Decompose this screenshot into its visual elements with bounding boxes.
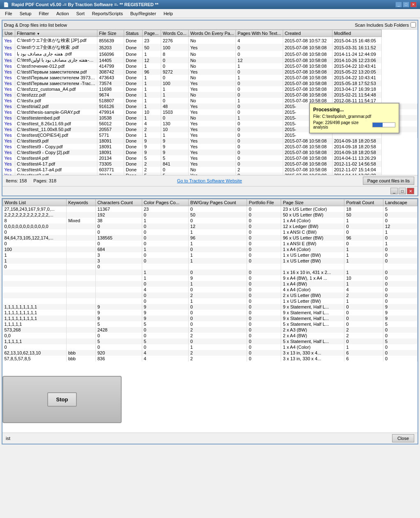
bottom-table-row[interactable]: 1,1,1,1,155005 x Statement, Half L...05 [3,321,418,327]
minimize-button[interactable]: _ [395,2,402,7]
menu-file[interactable]: File [2,10,16,17]
header-words[interactable]: Words Co... [161,30,189,37]
bottom-cell-4-8: 1 [383,229,418,235]
bottom-cell-13-5: 0 [247,281,281,287]
table-row[interactable]: YesC:\test\ウエ7全体がな検索 .pdf35203Done50100Y… [3,44,418,51]
cell-12-3: Done [124,109,143,115]
header-chars[interactable]: Characters Count [95,199,142,206]
header-status[interactable]: Status [124,30,143,37]
bottom-cell-2-6: 1 x A4 (Color) [281,218,344,223]
table-row[interactable]: YesC:\test\Первым заместителем.pdf308742… [3,69,418,75]
bottom-table-row[interactable]: 000101 x ANSI C (BW)01 [3,229,418,235]
bottom-table-row[interactable]: 0101 x US Letter (BW)10 [3,298,418,304]
bottom-table-row[interactable]: 1909 x A4 (BW), 1 x A4 ...100 [3,275,418,281]
header-filesize[interactable]: File Size [97,30,124,37]
table-row[interactable]: YesC:\test\هفته جاری مصادف بود با اولین-… [3,57,418,63]
header-bw-pages[interactable]: BW/Gray Pages Count [189,199,247,206]
bottom-table-row[interactable]: 573,26824280202 x A3 (BW)20 [3,327,418,333]
bottom-table-row[interactable]: 4004 x A4 (Color)40 [3,287,418,292]
bottom-table-row[interactable]: 130101 x US Letter (BW)10 [3,258,418,264]
menu-help[interactable]: Help [160,10,176,17]
header-use[interactable]: Use [3,30,15,37]
file-table-container[interactable]: Use Filename ▼ File Size Status Page... … [2,30,418,175]
table-row[interactable]: YesC:\test\test9 - Copy.pdf18091Done99Ye… [3,144,418,150]
bottom-table-row[interactable]: 1,1,1,1,1,1,1,1,199009 x Statement, Half… [3,315,418,321]
bottom-table-row[interactable]: 1,1,1,1,1,1,1,1,199009 x Statement, Half… [3,310,418,315]
table-row[interactable]: YesC:\test\течение-012.pdf414799Done10No… [3,63,418,69]
menu-action[interactable]: Action [53,10,72,17]
close-button-bottom[interactable]: Close [392,434,414,442]
bottom-table-row[interactable]: 27,158,243,167,9,97,0,...11367230023 x U… [3,206,418,212]
cell-0-9: 2015-04-15 16:48:05 [332,37,381,44]
close-window-btn[interactable]: ✕ [407,188,414,194]
bottom-table-row[interactable]: 1001 x 16 x 10 in, 431 x 2...10 [3,269,418,275]
table-row[interactable]: YesC:\test\test9 - Copy [2].pdf18091Done… [3,150,418,155]
menu-reports[interactable]: Reports/Scripts [89,10,126,17]
scan-checkbox[interactable] [411,22,416,28]
header-wordse[interactable]: Words On Every Pa... [188,30,235,37]
bottom-table-row[interactable]: 130101 x US Letter (BW)10 [3,252,418,258]
bottom-cell-20-3: 5 [142,321,188,327]
bottom-cell-10-4 [189,264,247,269]
restore-window-btn[interactable]: □ [399,188,406,194]
bottom-table-row[interactable]: 8Mixed381001 x A4 (Color)10 [3,218,418,223]
bottom-cell-5-1 [66,235,95,241]
bottom-table-row[interactable]: 57,8,5,57,8,5bbb8364203 x 13 in, 330 x 4… [3,356,418,361]
bottom-table-row[interactable]: 0202 x US Letter (BW)20 [3,292,418,298]
table-row[interactable]: YesC:\test\zzz.pdf9674Done11No02015-07-0… [3,92,418,98]
header-created[interactable]: Created [283,30,332,37]
header-filename[interactable]: Filename ▼ [15,30,97,37]
menu-sort[interactable]: Sort [73,10,88,17]
bottom-table-row[interactable]: 2,2,2,2,2,2,2,2,2,2,2,2,...192050050 x U… [3,212,418,218]
traction-link[interactable]: Go to Traction Software Website [177,178,242,183]
cell-22-9: 2012-11-07 15:14:04 [332,167,381,173]
maximize-button[interactable]: □ [403,2,409,7]
table-row[interactable]: YesC:\test\Первым заместителем -Traction… [3,81,418,86]
close-button[interactable]: ✕ [410,2,417,7]
header-portfolio[interactable]: Portfolio File [247,199,281,206]
bottom-table-row[interactable]: 0,0,0,0,0,0,0,0,0,0,0,00012012 x Ledger … [3,223,418,229]
page-count-button[interactable]: Page count files in lis [363,177,414,185]
header-modified[interactable]: Modified [332,30,381,37]
table-row[interactable]: YesC:\test\test4-17-a4.pdf603771Done20No… [3,167,418,173]
table-row[interactable]: YesC:\test\test9.pdf18091Done99Yes02015-… [3,138,418,144]
table-row[interactable]: YesC:\test\Первым заместителем 39736M1-0… [3,75,418,81]
page-progress: Page: 226/498 page size analysis [313,120,371,129]
bottom-table-row[interactable]: 1,1,1,1,155005 x Statement, Half L...05 [3,338,418,344]
bottom-cell-4-3: 0 [142,229,188,235]
header-words-list[interactable]: Words List [3,199,67,206]
menu-buy[interactable]: Buy/Register [127,10,159,17]
header-portrait[interactable]: Portrait Count [344,199,383,206]
minimize-window-btn[interactable]: _ [390,188,398,194]
bottom-table-row[interactable]: 1,1,1,1,1,1,1,1,199009 x Statement, Half… [3,304,418,310]
bottom-cell-25-1: bbb [66,350,95,356]
menu-setup[interactable]: Setup [16,10,35,17]
bottom-table-row[interactable]: 00 [3,264,418,269]
bottom-table-row[interactable]: 62,13,10,62,13,10bbb9204203 x 13 in, 330… [3,350,418,356]
table-row[interactable]: YesC:\test\test4.pdf20134Done55Yes02015-… [3,155,418,161]
header-pages-no-text[interactable]: Pages With No Text... [236,30,283,37]
cell-7-0: Yes [3,81,15,86]
bottom-cell-5-8: 0 [383,235,418,241]
bottom-table-row[interactable]: 0,000202 x A4 (BW)20 [3,333,418,338]
header-page-size[interactable]: Page Size [281,199,344,206]
table-row[interactable]: YesC:\test\test4-17.pdf73305Done2841Yes0… [3,161,418,167]
header-color-pages[interactable]: Color Pages Co... [142,199,188,206]
bottom-table-row[interactable]: 000101 x ANSI E (BW)01 [3,241,418,246]
bottom-cell-19-6: 9 x Statement, Half L... [281,315,344,321]
bottom-table-row[interactable]: 1006841001 x A4 (Color)10 [3,246,418,252]
bottom-cell-9-5: 0 [247,258,281,264]
header-page[interactable]: Page... [143,30,161,37]
bottom-cell-19-0: 1,1,1,1,1,1,1,1,1 [3,315,67,321]
stop-button[interactable]: Stop [47,392,77,407]
table-row[interactable]: YesC:\test\ウエ7全体がな検索 [JP].pdf855639Done2… [3,37,418,44]
header-keywords[interactable]: Keywords [66,199,95,206]
bottom-table-row[interactable]: 0101 x A4 (BW)10 [3,281,418,287]
table-row[interactable]: Yesهفته جاری مصادف بود با .pdf156096Done… [3,51,418,57]
menu-filter[interactable]: Filter [35,10,52,17]
cell-14-7: 0 [236,121,283,127]
bottom-table-row[interactable]: 000101 x A4 (Color)10 [3,344,418,350]
bottom-table-row[interactable]: 84,64,73,105,122,174,...138565096096 x U… [3,235,418,241]
table-row[interactable]: YesC:\test\zzz_customaa_A4.pdf11698Done1… [3,86,418,92]
header-landscape[interactable]: Landscape [383,199,418,206]
